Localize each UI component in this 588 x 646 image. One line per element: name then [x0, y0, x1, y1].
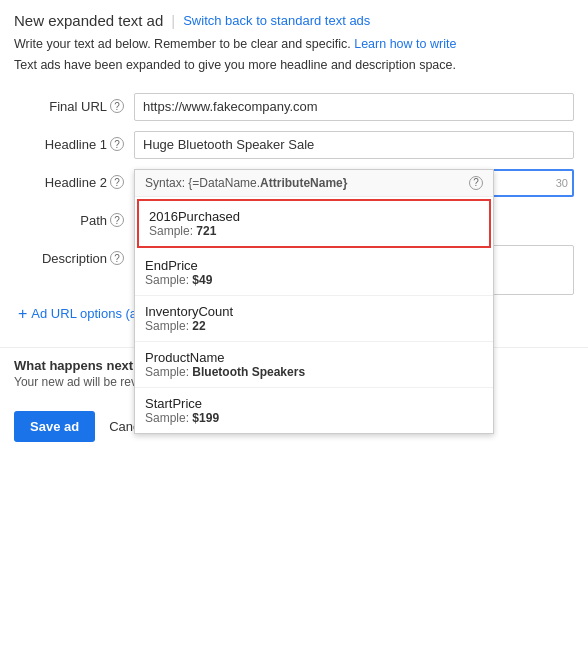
final-url-row: Final URL ? [14, 93, 574, 121]
headline2-label-group: Headline 2 ? [14, 169, 134, 190]
path-label: Path [80, 213, 107, 228]
divider: | [171, 12, 175, 29]
syntax-row: Syntax: {=DataName.AttributeName} ? [135, 170, 493, 197]
item-sample-inventorycount: Sample: 22 [145, 319, 483, 333]
switch-link[interactable]: Switch back to standard text ads [183, 13, 370, 28]
item-sample-productname: Sample: Bluetooth Speakers [145, 365, 483, 379]
form-area: Final URL ? Headline 1 ? Headline 2 ? 30 [0, 83, 588, 347]
headline2-dropdown-container: 30 Syntax: {=DataName.AttributeName} ? 2… [134, 169, 574, 197]
item-name-inventorycount: InventoryCount [145, 304, 483, 319]
syntax-help-icon[interactable]: ? [469, 176, 483, 190]
learn-link[interactable]: Learn how to write [354, 37, 456, 51]
headline1-row: Headline 1 ? [14, 131, 574, 159]
final-url-input[interactable] [134, 93, 574, 121]
page-title: New expanded text ad [14, 12, 163, 29]
dropdown-item-inventorycount[interactable]: InventoryCount Sample: 22 [135, 296, 493, 342]
item-sample-startprice: Sample: $199 [145, 411, 483, 425]
syntax-text: Syntax: {=DataName.AttributeName} [145, 176, 347, 190]
headline1-label-group: Headline 1 ? [14, 131, 134, 152]
headline2-help-icon[interactable]: ? [110, 175, 124, 189]
final-url-label: Final URL [49, 99, 107, 114]
description-label: Description [42, 251, 107, 266]
dropdown-item-2016purchased[interactable]: 2016Purchased Sample: 721 [137, 199, 491, 248]
dropdown-item-endprice[interactable]: EndPrice Sample: $49 [135, 250, 493, 296]
ad-url-link[interactable]: Ad URL options (ad [31, 306, 144, 321]
item-name-endprice: EndPrice [145, 258, 483, 273]
headline2-row: Headline 2 ? 30 Syntax: {=DataName.Attri… [14, 169, 574, 197]
header-section: New expanded text ad | Switch back to st… [0, 0, 588, 83]
final-url-label-group: Final URL ? [14, 93, 134, 114]
description-label-group: Description ? [14, 245, 134, 266]
attribute-dropdown: Syntax: {=DataName.AttributeName} ? 2016… [134, 169, 494, 434]
path-help-icon[interactable]: ? [110, 213, 124, 227]
item-name-productname: ProductName [145, 350, 483, 365]
info-line1: Write your text ad below. Remember to be… [14, 35, 574, 54]
headline1-label: Headline 1 [45, 137, 107, 152]
plus-icon[interactable]: + [18, 305, 27, 323]
headline1-help-icon[interactable]: ? [110, 137, 124, 151]
description-help-icon[interactable]: ? [110, 251, 124, 265]
path-label-group: Path ? [14, 207, 134, 228]
headline1-input[interactable] [134, 131, 574, 159]
dropdown-item-startprice[interactable]: StartPrice Sample: $199 [135, 388, 493, 433]
headline2-label: Headline 2 [45, 175, 107, 190]
item-sample-endprice: Sample: $49 [145, 273, 483, 287]
dropdown-item-productname[interactable]: ProductName Sample: Bluetooth Speakers [135, 342, 493, 388]
item-name-2016purchased: 2016Purchased [149, 209, 479, 224]
item-sample-2016purchased: Sample: 721 [149, 224, 479, 238]
item-name-startprice: StartPrice [145, 396, 483, 411]
header-title-row: New expanded text ad | Switch back to st… [14, 12, 574, 29]
save-button[interactable]: Save ad [14, 411, 95, 442]
info-line2: Text ads have been expanded to give you … [14, 56, 574, 75]
final-url-help-icon[interactable]: ? [110, 99, 124, 113]
